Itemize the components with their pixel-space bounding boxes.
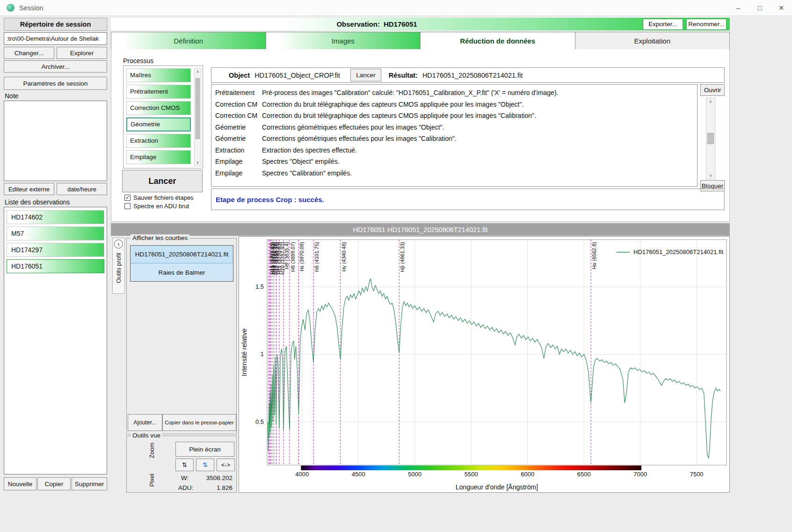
log-scrollbar[interactable]: ∧ ∨: [706, 98, 715, 179]
run-step-button[interactable]: Lancer: [350, 69, 381, 81]
archive-button[interactable]: Archiver...: [4, 60, 107, 73]
delete-observation-button[interactable]: Supprimer: [72, 477, 107, 490]
log-step-name: Correction CMOS: [211, 101, 258, 108]
log-row[interactable]: GéometrieCorrections géométriques effect…: [211, 133, 697, 145]
result-header-row: Object HD176051_Object_CROP.fit Lancer R…: [211, 67, 725, 83]
balmer-line-label: H8 (3889.07): [290, 242, 296, 272]
process-step-item[interactable]: Géometrie: [126, 117, 191, 131]
copy-observation-button[interactable]: Copier: [37, 477, 71, 490]
plot-area: [267, 240, 727, 465]
process-step-item[interactable]: Maîtres: [126, 68, 191, 82]
observation-item[interactable]: HD174602: [7, 210, 104, 224]
process-step-item[interactable]: Empilage: [126, 150, 191, 164]
log-step-message: Extraction des spectres effectué.: [258, 146, 697, 154]
rename-button[interactable]: Renommer...: [686, 19, 727, 30]
log-step-name: Empilage: [211, 158, 258, 165]
x-tick-label: 4000: [295, 471, 309, 478]
observation-header: Observation:HD176051: [111, 20, 643, 28]
log-step-name: Prétraitement: [211, 89, 258, 96]
process-steps-list: MaîtresPrétraitementCorrection CMOSGéome…: [123, 66, 203, 168]
checkbox-icon[interactable]: ✓: [124, 195, 131, 201]
zoom-horizontal-button[interactable]: <->: [217, 459, 235, 471]
observation-item[interactable]: HD174297: [7, 243, 104, 257]
add-curve-button[interactable]: Ajouter...: [128, 414, 162, 431]
checkbox-icon[interactable]: [124, 203, 131, 209]
balmer-line-label: Hα (6562.8): [591, 242, 597, 269]
log-step-name: Empilage: [211, 169, 258, 177]
log-row[interactable]: PrétraitementPré-process des images "Cal…: [211, 87, 697, 99]
datetime-button[interactable]: date/heure: [57, 183, 107, 195]
log-step-name: Géometrie: [211, 135, 258, 142]
process-step-item[interactable]: Correction CMOS: [126, 101, 191, 115]
copy-clipboard-button[interactable]: Copier dans le presse-papier: [162, 414, 236, 431]
scroll-down-icon[interactable]: ∨: [706, 172, 715, 179]
legend-label: HD176051_20250806T214021.fit: [633, 248, 724, 255]
curve-item[interactable]: Raies de Balmer: [131, 263, 233, 281]
viewer-title: HD176051 HD176051_20250806T214021.fit: [353, 226, 488, 233]
observation-item[interactable]: HD176051: [7, 259, 104, 273]
log-row[interactable]: GéometrieCorrections géométriques effect…: [211, 122, 697, 133]
maximize-button[interactable]: □: [749, 0, 770, 15]
object-label: Object: [229, 72, 250, 79]
process-scrollbar[interactable]: ∧ ∨: [194, 68, 201, 166]
log-row[interactable]: EmpilageSpectres "Calibration" empilés.: [211, 168, 697, 179]
scroll-down-icon[interactable]: ∨: [195, 159, 201, 166]
log-step-message: Pré-process des images "Calibration" cal…: [258, 89, 697, 96]
zoom-label: Zoom: [148, 443, 155, 458]
balmer-line-label: Hβ (4861.33): [400, 242, 405, 272]
scrollbar-track[interactable]: [706, 105, 715, 172]
close-button[interactable]: ✕: [770, 0, 792, 15]
y-axis-label: Intensité relative: [240, 328, 248, 376]
curve-item[interactable]: HD176051_20250806T214021.fit: [131, 246, 233, 263]
view-tools-group: Outils vue Zoom Plein écran ⇅ ⇅ <-> Pixe…: [126, 436, 237, 493]
explore-button[interactable]: Explorer: [57, 47, 107, 59]
scroll-up-icon[interactable]: ∧: [706, 98, 715, 105]
chart-svg[interactable]: 400045005000550060006500700075000.511.5H…: [239, 237, 729, 492]
scrollbar-thumb[interactable]: [707, 133, 714, 144]
scroll-up-icon[interactable]: ∧: [195, 68, 201, 75]
spectrum-chart[interactable]: 400045005000550060006500700075000.511.5H…: [239, 236, 730, 493]
scrollbar-track[interactable]: [195, 75, 201, 159]
new-observation-button[interactable]: Nouvelle: [4, 477, 36, 490]
log-row[interactable]: EmpilageSpectres "Object" empilés.: [211, 156, 697, 168]
fullscreen-button[interactable]: Plein écran: [175, 442, 234, 457]
note-textarea[interactable]: [4, 101, 107, 181]
balmer-line-label: H16 (3703.85): [269, 242, 275, 275]
external-editor-button[interactable]: Editeur externe: [4, 183, 54, 195]
process-step-item[interactable]: Prétraitement: [126, 85, 191, 99]
observation-item[interactable]: M57: [7, 226, 104, 240]
process-checkbox[interactable]: ✓Sauver fichiers étapes: [124, 194, 194, 201]
collapse-panel-button[interactable]: ‹: [114, 240, 123, 248]
zoom-vertical-auto-button[interactable]: ⇅: [196, 459, 214, 471]
pixel-label: Pixel: [148, 474, 155, 487]
run-process-button[interactable]: Lancer: [122, 170, 203, 192]
process-step-item[interactable]: Extraction: [126, 134, 191, 148]
session-directory-header: Répertoire de session: [4, 18, 107, 31]
tab-definition[interactable]: Définition: [111, 32, 266, 50]
scrollbar-thumb[interactable]: [196, 78, 200, 139]
main-tabs: Définition Images Réduction de données E…: [111, 32, 730, 50]
tab-images[interactable]: Images: [266, 32, 421, 50]
minimize-button[interactable]: –: [727, 0, 749, 15]
log-row[interactable]: ExtractionExtraction des spectres effect…: [211, 145, 697, 156]
session-path-input[interactable]: [4, 32, 107, 45]
process-checkbox[interactable]: Spectre en ADU brut: [124, 203, 194, 210]
wavelength-colorbar: [301, 466, 641, 470]
log-row[interactable]: Correction CMOSCorrection du bruit télég…: [211, 110, 697, 122]
change-directory-button[interactable]: Changer...: [4, 47, 54, 59]
open-button[interactable]: Ouvrir: [700, 84, 725, 96]
curves-header: Afficher les courbes: [131, 234, 189, 241]
log-step-message: Corrections géométriques effectuées pour…: [258, 135, 697, 142]
view-tools-header: Outils vue: [131, 432, 162, 439]
reduction-panel: Processus MaîtresPrétraitementCorrection…: [111, 49, 730, 222]
tab-reduction[interactable]: Réduction de données: [420, 32, 575, 50]
note-label: Note: [5, 92, 19, 100]
log-step-message: Correction du bruit télégraphique des ca…: [258, 101, 697, 108]
zoom-vertical-button[interactable]: ⇅: [175, 459, 194, 471]
log-row[interactable]: Correction CMOSCorrection du bruit télég…: [211, 99, 697, 110]
session-params-button[interactable]: Paramètres de session: [4, 77, 107, 90]
tab-exploitation[interactable]: Exploitation: [575, 32, 730, 50]
export-button[interactable]: Exporter...: [643, 19, 683, 30]
log-step-name: Correction CMOS: [211, 112, 258, 119]
observation-name: HD176051: [384, 20, 417, 28]
